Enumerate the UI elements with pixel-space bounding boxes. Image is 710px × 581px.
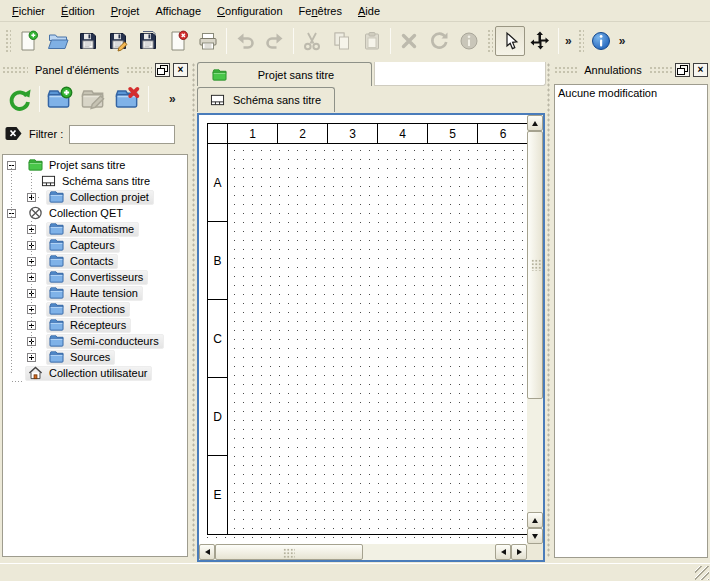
float-panel-button[interactable] <box>675 63 690 77</box>
left-splitter-handle[interactable] <box>190 62 197 558</box>
row-label-e: E <box>208 456 227 534</box>
scroll-down-button[interactable] <box>527 528 543 544</box>
vertical-scrollbar-thumb[interactable] <box>527 131 543 399</box>
rotate-icon <box>428 30 450 52</box>
folder-blue-icon <box>49 318 64 332</box>
status-bar <box>0 563 710 581</box>
menu-projet[interactable]: Projet <box>103 2 148 20</box>
tree-item-label: Semi-conducteurs <box>70 335 159 347</box>
move-button[interactable] <box>525 26 555 56</box>
tree-item-content: Automatisme <box>46 222 139 237</box>
tab-schema-label: Schéma sans titre <box>233 94 321 106</box>
edit-category-button[interactable] <box>77 82 111 116</box>
frame-corner-cell <box>208 124 228 143</box>
toolbar-grip[interactable] <box>577 28 584 54</box>
tree-item-label: Collection QET <box>49 207 123 219</box>
dock-grip[interactable] <box>649 66 672 74</box>
scroll-left-button-2[interactable] <box>495 544 511 560</box>
dock-grip[interactable] <box>554 66 577 74</box>
right-splitter-handle[interactable] <box>545 62 552 558</box>
info-blue-button[interactable] <box>586 26 616 56</box>
horizontal-scrollbar-thumb[interactable] <box>215 544 363 560</box>
scroll-right-button[interactable] <box>511 544 527 560</box>
arrow-up-icon <box>532 121 538 126</box>
open-document-button[interactable] <box>43 26 73 56</box>
project-tab-bar: Projet sans titre <box>197 62 546 86</box>
vertical-scrollbar[interactable] <box>527 115 543 544</box>
delete-category-button[interactable] <box>111 82 145 116</box>
open-document-icon <box>47 30 69 52</box>
menu-aide[interactable]: Aide <box>350 2 388 20</box>
print-button[interactable] <box>193 26 223 56</box>
thumb-grip <box>531 259 541 271</box>
undo-history-item[interactable]: Aucune modification <box>555 85 707 101</box>
save-button[interactable] <box>73 26 103 56</box>
tree-item-projet-sans-titre[interactable]: Projet sans titre <box>3 157 187 173</box>
clear-filter-icon[interactable] <box>4 126 23 143</box>
tree-item-label: Collection projet <box>70 191 149 203</box>
close-panel-button[interactable]: × <box>693 63 708 77</box>
paste-button[interactable] <box>357 26 387 56</box>
reload-button[interactable] <box>2 82 36 116</box>
menu-fenetres[interactable]: Fenêtres <box>291 2 350 20</box>
tree-item-label: Contacts <box>70 255 113 267</box>
menu-configuration[interactable]: Configuration <box>209 2 290 20</box>
toolbar-overflow-chevron[interactable]: » <box>616 34 629 48</box>
tree-item-label: Capteurs <box>70 239 115 251</box>
new-document-button[interactable] <box>13 26 43 56</box>
float-panel-button[interactable] <box>155 63 170 77</box>
filter-input[interactable] <box>69 125 175 144</box>
menu-fichier[interactable]: Fichier <box>4 2 53 20</box>
close-document-button[interactable] <box>163 26 193 56</box>
scroll-up-button[interactable] <box>527 115 543 131</box>
column-header-row: 123456 <box>208 124 527 144</box>
save-all-button[interactable] <box>133 26 163 56</box>
tree-item-content: Protections <box>46 302 130 317</box>
column-label-1: 1 <box>228 124 278 143</box>
dock-grip[interactable] <box>2 66 28 74</box>
tree-item-collection-utilisateur[interactable]: Collection utilisateur <box>3 365 187 381</box>
toolbar-overflow-chevron[interactable]: » <box>166 92 179 106</box>
tree-item-collection-qet[interactable]: Collection QET <box>3 205 187 221</box>
redo-button[interactable] <box>260 26 290 56</box>
arrow-left-icon <box>205 549 210 555</box>
undo-icon <box>234 30 256 52</box>
thumb-grip <box>283 548 295 558</box>
toolbar-grip[interactable] <box>4 28 11 54</box>
tree-item-content: Semi-conducteurs <box>46 334 164 349</box>
tree-item-label: Récepteurs <box>70 319 126 331</box>
close-icon: × <box>178 65 184 75</box>
scroll-up-button-2[interactable] <box>527 512 543 528</box>
cut-button[interactable] <box>297 26 327 56</box>
tab-schema[interactable]: Schéma sans titre <box>197 87 335 112</box>
toolbar-grip[interactable] <box>486 28 493 54</box>
diagram-view[interactable]: 123456 ABCDE <box>197 113 545 562</box>
menu-affichage[interactable]: Affichage <box>147 2 209 20</box>
scroll-left-button[interactable] <box>199 544 215 560</box>
arrow-up-icon <box>532 518 538 523</box>
toolbar-overflow-chevron[interactable]: » <box>562 34 575 48</box>
undo-button[interactable] <box>230 26 260 56</box>
close-panel-button[interactable]: × <box>173 63 188 77</box>
copy-icon <box>331 30 353 52</box>
undo-panel-titlebar: Annulations × <box>552 62 710 78</box>
save-as-button[interactable] <box>103 26 133 56</box>
folder-green-icon <box>212 68 227 82</box>
info-button[interactable] <box>454 26 484 56</box>
tab-project[interactable]: Projet sans titre <box>197 62 372 86</box>
tree-item-content: Récepteurs <box>46 318 131 333</box>
new-category-button[interactable] <box>43 82 77 116</box>
select-arrow-button[interactable] <box>495 26 525 56</box>
tree-item-label: Protections <box>70 303 125 315</box>
column-label-5: 5 <box>428 124 478 143</box>
delete-button[interactable] <box>394 26 424 56</box>
tree-guide-line <box>31 173 32 197</box>
window-resize-grip[interactable] <box>695 566 709 580</box>
horizontal-scrollbar[interactable] <box>199 544 527 560</box>
rotate-button[interactable] <box>424 26 454 56</box>
menu-edition[interactable]: Édition <box>53 2 103 20</box>
diagram-canvas[interactable]: 123456 ABCDE <box>199 115 527 544</box>
dock-grip[interactable] <box>126 66 152 74</box>
copy-button[interactable] <box>327 26 357 56</box>
tree-item-label: Sources <box>70 351 110 363</box>
